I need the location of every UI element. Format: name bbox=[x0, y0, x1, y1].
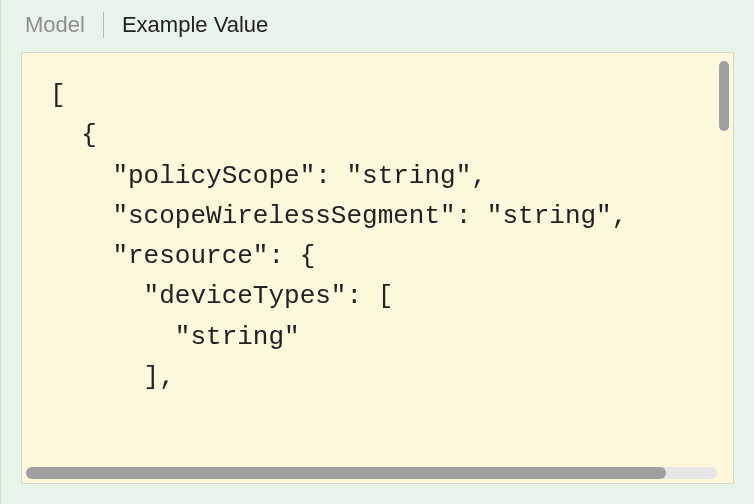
code-scroll-area[interactable]: [ { "policyScope": "string", "scopeWirel… bbox=[22, 53, 733, 483]
tab-model[interactable]: Model bbox=[21, 12, 89, 38]
tab-divider bbox=[103, 12, 104, 38]
panel: Model Example Value [ { "policyScope": "… bbox=[0, 0, 754, 504]
code-block-container: [ { "policyScope": "string", "scopeWirel… bbox=[21, 52, 734, 484]
tab-example-value[interactable]: Example Value bbox=[118, 12, 272, 38]
tabs-row: Model Example Value bbox=[21, 0, 734, 52]
code-text: [ { "policyScope": "string", "scopeWirel… bbox=[22, 53, 733, 483]
